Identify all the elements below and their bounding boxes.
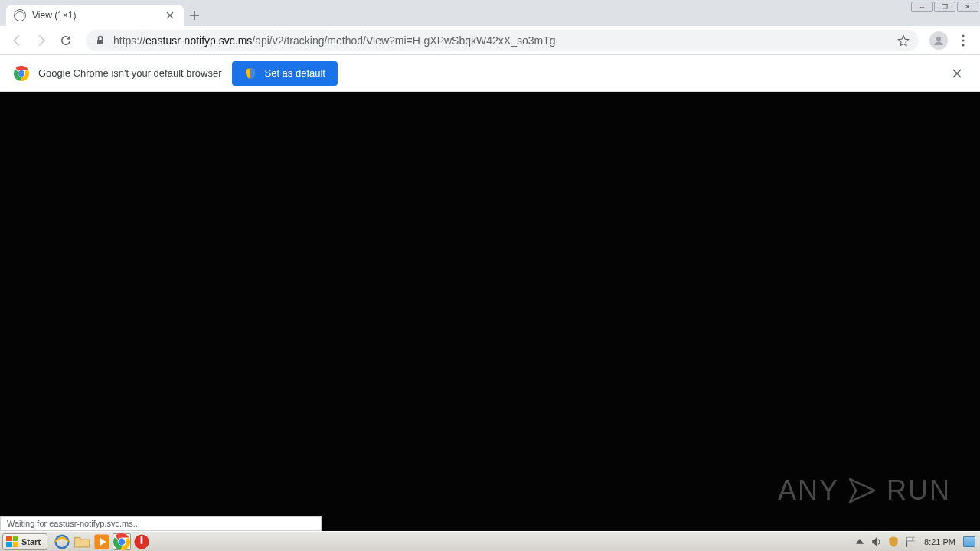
set-as-default-button[interactable]: Set as default	[232, 61, 338, 86]
profile-avatar[interactable]	[928, 30, 949, 51]
page-content	[0, 92, 980, 531]
taskbar-app-icon[interactable]	[132, 533, 151, 550]
globe-icon	[14, 9, 26, 21]
reload-button[interactable]	[55, 30, 77, 51]
windows-logo-icon	[6, 536, 18, 547]
svg-rect-0	[97, 40, 103, 44]
tab-close-button[interactable]	[164, 9, 176, 21]
browser-tab[interactable]: View (1×1)	[6, 5, 184, 26]
windows-taskbar: Start 8:21 PM	[0, 531, 980, 551]
status-bar: Waiting for eastusr-notifyp.svc.ms...	[0, 516, 322, 531]
show-desktop-button[interactable]	[963, 536, 975, 547]
infobar-close-button[interactable]	[948, 64, 966, 83]
shield-icon	[244, 67, 256, 80]
bookmark-star-icon[interactable]	[897, 34, 910, 47]
taskbar-chrome-icon[interactable]	[113, 533, 131, 550]
start-button[interactable]: Start	[2, 533, 47, 550]
play-icon	[845, 473, 880, 508]
back-button[interactable]	[6, 30, 28, 51]
lock-icon	[95, 35, 106, 46]
window-maximize-button[interactable]: ❐	[934, 2, 956, 12]
set-as-default-label: Set as default	[264, 67, 325, 79]
start-label: Start	[21, 537, 41, 546]
svg-rect-12	[141, 536, 143, 544]
tab-strip: View (1×1)	[0, 0, 980, 26]
svg-point-6	[18, 70, 24, 77]
chrome-menu-button[interactable]	[952, 30, 974, 51]
window-close-button[interactable]: ✕	[957, 2, 978, 12]
system-tray: 8:21 PM	[854, 536, 980, 548]
default-browser-infobar: Google Chrome isn't your default browser…	[0, 55, 980, 92]
svg-point-10	[119, 538, 126, 545]
taskbar-explorer-icon[interactable]	[73, 533, 91, 550]
svg-point-2	[962, 34, 964, 37]
anyrun-watermark: ANY RUN	[778, 473, 951, 508]
tray-shield-icon[interactable]	[887, 536, 900, 548]
tray-chevron-icon[interactable]	[854, 536, 866, 548]
new-tab-button[interactable]	[184, 5, 205, 26]
address-bar[interactable]: https://eastusr-notifyp.svc.ms/api/v2/tr…	[86, 30, 919, 51]
forward-button[interactable]	[31, 30, 52, 51]
browser-toolbar: https://eastusr-notifyp.svc.ms/api/v2/tr…	[0, 26, 980, 55]
svg-point-1	[936, 36, 941, 41]
svg-point-4	[962, 44, 964, 46]
tray-flag-icon[interactable]	[904, 536, 916, 548]
chrome-icon	[14, 66, 29, 81]
tab-title: View (1×1)	[32, 10, 164, 21]
taskbar-clock[interactable]: 8:21 PM	[921, 537, 959, 546]
taskbar-media-icon[interactable]	[93, 533, 111, 550]
infobar-message: Google Chrome isn't your default browser	[38, 67, 221, 79]
url-text: https://eastusr-notifyp.svc.ms/api/v2/tr…	[113, 34, 556, 47]
status-text: Waiting for eastusr-notifyp.svc.ms...	[7, 519, 140, 528]
tray-volume-icon[interactable]	[871, 536, 883, 548]
svg-point-3	[962, 39, 964, 41]
taskbar-ie-icon[interactable]	[53, 533, 71, 550]
window-minimize-button[interactable]: ─	[911, 2, 933, 12]
